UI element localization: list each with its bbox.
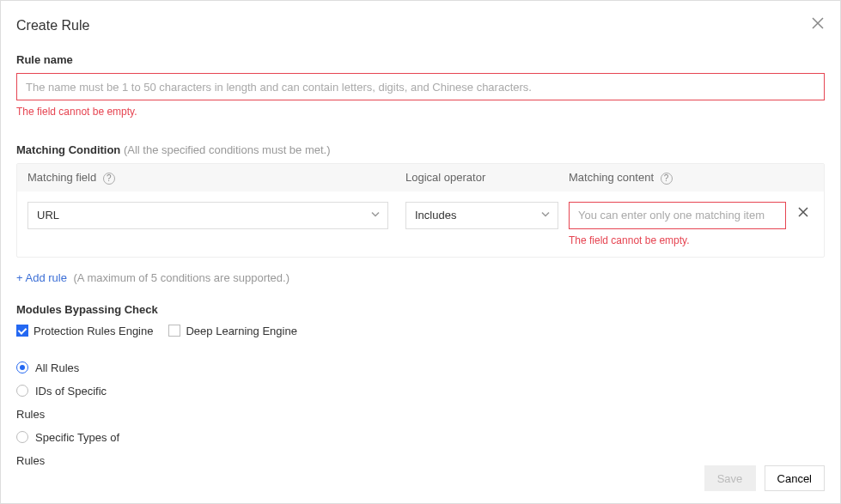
modules-checkbox-row: Protection Rules Engine Deep Learning En…	[16, 325, 825, 337]
rule-name-error: The field cannot be empty.	[16, 106, 825, 118]
matching-condition-section: Matching Condition (All the specified co…	[16, 143, 825, 284]
dialog-footer: Save Cancel	[704, 465, 825, 491]
matching-field-value: URL	[37, 209, 59, 222]
logical-operator-value: Includes	[415, 209, 456, 222]
header-matching-field-text: Matching field	[27, 171, 96, 184]
condition-table: Matching field ? Logical operator Matchi…	[16, 163, 825, 258]
checkbox-icon	[168, 325, 180, 337]
radio-all-rules[interactable]: All Rules	[16, 361, 825, 374]
radio-icon	[16, 431, 28, 443]
radio-icon	[16, 361, 28, 373]
rule-name-label: Rule name	[16, 53, 825, 66]
rule-name-input[interactable]	[16, 73, 825, 100]
checkbox-protection-rules-engine[interactable]: Protection Rules Engine	[16, 325, 153, 337]
add-rule-hint: (A maximum of 5 conditions are supported…	[74, 271, 289, 284]
close-icon	[798, 207, 808, 217]
checkbox-deep-learning-engine[interactable]: Deep Learning Engine	[168, 325, 296, 337]
matching-condition-title: Matching Condition (All the specified co…	[16, 143, 825, 156]
matching-field-select[interactable]: URL	[27, 202, 388, 229]
radio-label: Specific Types of	[35, 431, 119, 444]
modules-title: Modules Bypassing Check	[16, 303, 825, 316]
save-button[interactable]: Save	[704, 465, 756, 491]
rule-name-section: Rule name The field cannot be empty.	[16, 53, 825, 118]
matching-content-error: The field cannot be empty.	[569, 234, 786, 246]
matching-content-input[interactable]	[569, 202, 786, 229]
radio-icon	[16, 385, 28, 397]
help-icon[interactable]: ?	[661, 173, 673, 185]
condition-row: URL Includes The	[17, 191, 824, 257]
header-logical-operator: Logical operator	[405, 171, 569, 184]
radio-specific-types[interactable]: Specific Types of	[16, 431, 825, 444]
dialog-title: Create Rule	[16, 18, 89, 33]
checkbox-label: Deep Learning Engine	[186, 325, 296, 337]
checkbox-label: Protection Rules Engine	[34, 325, 153, 337]
rules-radio-group: All Rules IDs of Specific Rules Specific…	[16, 361, 825, 467]
remove-condition-button[interactable]	[798, 207, 808, 220]
chevron-down-icon	[540, 209, 551, 222]
cancel-button[interactable]: Cancel	[765, 465, 825, 491]
checkbox-icon	[16, 325, 28, 337]
logical-operator-select[interactable]: Includes	[405, 202, 558, 229]
dialog-header: Create Rule	[16, 16, 825, 34]
header-matching-field: Matching field ?	[27, 171, 405, 185]
modules-section: Modules Bypassing Check Protection Rules…	[16, 303, 825, 467]
header-matching-content-text: Matching content	[569, 171, 654, 184]
radio-label: All Rules	[35, 361, 79, 374]
radio-label: IDs of Specific	[35, 385, 107, 398]
matching-condition-title-text: Matching Condition	[16, 143, 120, 156]
add-rule-line: + Add rule (A maximum of 5 conditions ar…	[16, 271, 825, 284]
matching-condition-hint: (All the specified conditions must be me…	[124, 143, 331, 156]
close-icon	[811, 16, 825, 30]
condition-header-row: Matching field ? Logical operator Matchi…	[17, 164, 824, 191]
add-rule-link[interactable]: + Add rule	[16, 271, 67, 284]
header-matching-content: Matching content ?	[569, 171, 793, 185]
close-button[interactable]	[811, 16, 825, 34]
radio-ids-specific[interactable]: IDs of Specific	[16, 385, 825, 398]
create-rule-dialog: Create Rule Rule name The field cannot b…	[0, 0, 841, 504]
help-icon[interactable]: ?	[103, 173, 115, 185]
radio-label-continuation: Rules	[16, 408, 825, 421]
chevron-down-icon	[370, 209, 381, 222]
